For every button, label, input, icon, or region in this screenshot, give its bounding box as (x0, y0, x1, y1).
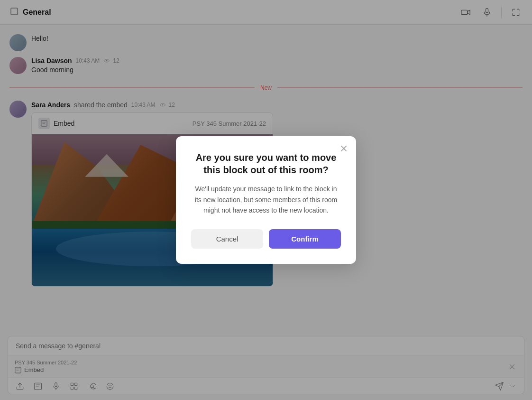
modal-body: We'll update your message to link to the… (191, 184, 341, 215)
modal-title: Are you sure you want to move this block… (191, 151, 341, 176)
modal-overlay[interactable]: Are you sure you want to move this block… (0, 0, 532, 400)
cancel-button[interactable]: Cancel (191, 229, 263, 249)
confirm-button[interactable]: Confirm (269, 229, 341, 249)
modal-actions: Cancel Confirm (191, 229, 341, 249)
confirmation-modal: Are you sure you want to move this block… (176, 136, 356, 263)
modal-close-button[interactable] (338, 143, 349, 156)
